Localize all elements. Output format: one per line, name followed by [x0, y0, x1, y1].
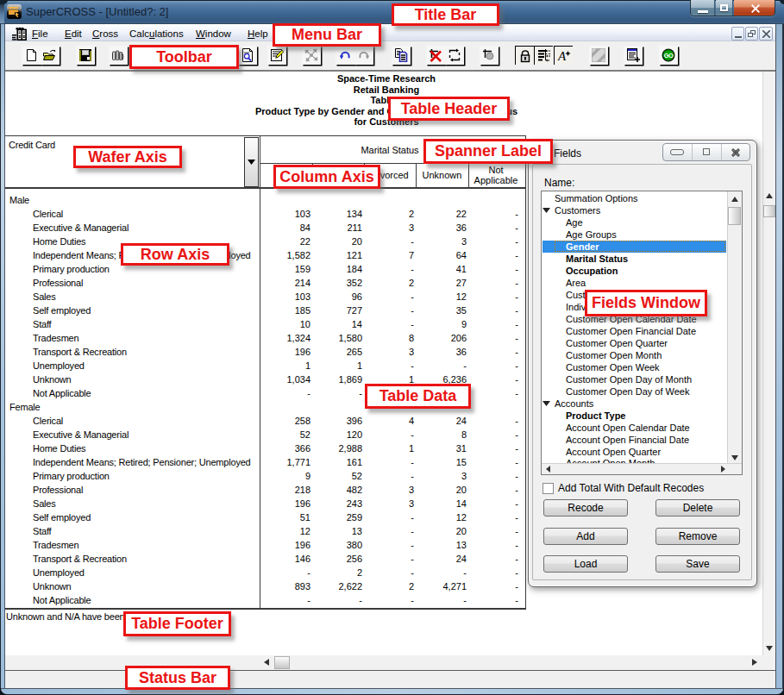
- svg-text:GO: GO: [664, 52, 674, 59]
- svg-text:A: A: [557, 49, 567, 63]
